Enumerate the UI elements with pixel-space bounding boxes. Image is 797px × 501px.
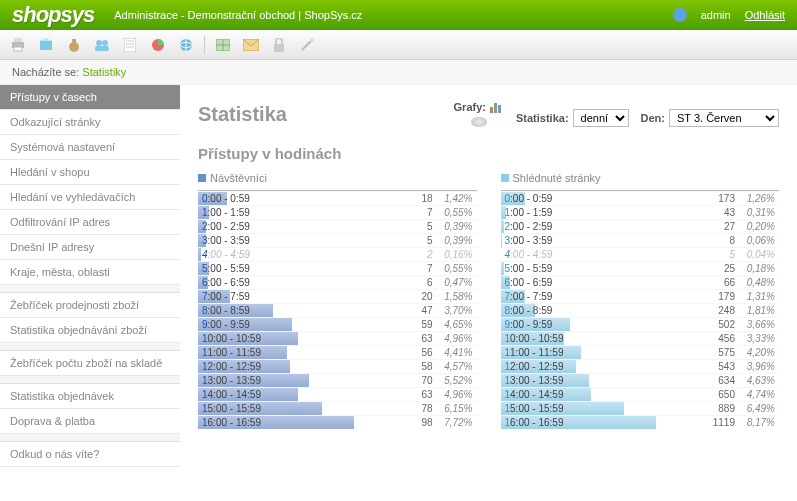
chart-visitors-title: Návštěvníci <box>210 172 267 184</box>
row-value: 2 <box>399 249 433 260</box>
table-row: 11:00 - 11:59564,41% <box>198 345 477 359</box>
sidebar-item[interactable]: Odkazující stránky <box>0 110 180 135</box>
sidebar-item[interactable]: Hledání v shopu <box>0 160 180 185</box>
box-icon[interactable] <box>36 36 56 54</box>
sidebar-item[interactable]: Kraje, města, oblasti <box>0 260 180 285</box>
sidebar-item[interactable]: Statistika objednávání zboží <box>0 318 180 343</box>
row-percent: 3,66% <box>735 319 779 330</box>
chart-icon[interactable] <box>148 36 168 54</box>
print-icon[interactable] <box>8 36 28 54</box>
row-label: 2:00 - 2:59 <box>501 221 581 232</box>
users-icon[interactable] <box>92 36 112 54</box>
row-percent: 1,58% <box>433 291 477 302</box>
row-percent: 4,65% <box>433 319 477 330</box>
row-value: 47 <box>399 305 433 316</box>
row-percent: 0,55% <box>433 207 477 218</box>
svg-rect-5 <box>72 39 76 43</box>
row-label: 4:00 - 4:59 <box>501 249 581 260</box>
table-row: 9:00 - 9:595023,66% <box>501 317 780 331</box>
row-percent: 7,72% <box>433 417 477 428</box>
row-value: 7 <box>399 207 433 218</box>
table-row: 1:00 - 1:59430,31% <box>501 205 780 219</box>
row-value: 1119 <box>701 417 735 428</box>
row-label: 13:00 - 13:59 <box>198 375 278 386</box>
sidebar-item[interactable]: Systémová nastavení <box>0 135 180 160</box>
row-value: 179 <box>701 291 735 302</box>
square-blue-icon <box>198 174 206 182</box>
table-row: 3:00 - 3:5980,06% <box>501 233 780 247</box>
row-percent: 4,96% <box>433 333 477 344</box>
row-label: 12:00 - 12:59 <box>501 361 581 372</box>
row-percent: 0,04% <box>735 249 779 260</box>
table-row: 2:00 - 2:59270,20% <box>501 219 780 233</box>
row-value: 63 <box>399 333 433 344</box>
bar-chart-icon[interactable] <box>490 101 504 113</box>
sidebar-item[interactable]: Žebříček prodejnosti zboží <box>0 293 180 318</box>
row-value: 173 <box>701 193 735 204</box>
stat-select[interactable]: denní <box>573 109 629 127</box>
table-row: 4:00 - 4:5920,16% <box>198 247 477 261</box>
row-value: 5 <box>701 249 735 260</box>
sidebar-item[interactable]: Odkud o nás víte? <box>0 442 180 467</box>
table-row: 0:00 - 0:591731,26% <box>501 191 780 205</box>
sidebar-item[interactable]: Žebříček počtu zboží na skladě <box>0 351 180 376</box>
svg-point-7 <box>102 40 108 46</box>
chart-visitors: Návštěvníci 0:00 - 0:59181,42%1:00 - 1:5… <box>198 170 477 429</box>
toggle-knob[interactable] <box>471 117 487 127</box>
table-row: 12:00 - 12:59584,57% <box>198 359 477 373</box>
row-value: 78 <box>399 403 433 414</box>
square-cyan-icon <box>501 174 509 182</box>
table-row: 6:00 - 6:5960,47% <box>198 275 477 289</box>
sidebar-item[interactable]: Hledání ve vyhledávačích <box>0 185 180 210</box>
sidebar-item[interactable]: Přístupy v časech <box>0 85 180 110</box>
row-value: 98 <box>399 417 433 428</box>
toolbar-separator <box>204 36 205 54</box>
chart-pageviews: Shlédnuté stránky 0:00 - 0:591731,26%1:0… <box>501 170 780 429</box>
row-label: 5:00 - 5:59 <box>501 263 581 274</box>
row-label: 1:00 - 1:59 <box>501 207 581 218</box>
table-row: 5:00 - 5:59250,18% <box>501 261 780 275</box>
breadcrumb-prefix: Nacházíte se: <box>12 66 79 78</box>
row-percent: 4,41% <box>433 347 477 358</box>
svg-rect-9 <box>124 38 136 52</box>
row-value: 634 <box>701 375 735 386</box>
toolbar <box>0 30 797 60</box>
document-icon[interactable] <box>120 36 140 54</box>
wand-icon[interactable] <box>297 36 317 54</box>
sidebar-item[interactable]: Dnešní IP adresy <box>0 235 180 260</box>
row-value: 575 <box>701 347 735 358</box>
row-label: 5:00 - 5:59 <box>198 263 278 274</box>
svg-line-22 <box>302 40 312 50</box>
row-value: 248 <box>701 305 735 316</box>
sidebar-item[interactable]: Statistika objednávek <box>0 384 180 409</box>
row-value: 5 <box>399 221 433 232</box>
sidebar: Přístupy v časechOdkazující stránkySysté… <box>0 85 180 467</box>
row-label: 10:00 - 10:59 <box>198 333 278 344</box>
row-value: 27 <box>701 221 735 232</box>
sidebar-item[interactable]: Doprava & platba <box>0 409 180 434</box>
table-icon[interactable] <box>213 36 233 54</box>
table-row: 15:00 - 15:598896,49% <box>501 401 780 415</box>
globe-icon[interactable] <box>176 36 196 54</box>
section-title: Přístupy v hodinách <box>198 145 779 162</box>
row-percent: 1,31% <box>735 291 779 302</box>
svg-rect-21 <box>274 44 284 52</box>
row-label: 1:00 - 1:59 <box>198 207 278 218</box>
stat-label: Statistika: <box>516 112 569 124</box>
row-label: 12:00 - 12:59 <box>198 361 278 372</box>
money-bag-icon[interactable] <box>64 36 84 54</box>
table-row: 2:00 - 2:5950,39% <box>198 219 477 233</box>
row-percent: 1,81% <box>735 305 779 316</box>
table-row: 9:00 - 9:59594,65% <box>198 317 477 331</box>
svg-point-4 <box>69 42 79 52</box>
logout-link[interactable]: Odhlásit <box>745 9 785 21</box>
table-row: 13:00 - 13:59705,52% <box>198 373 477 387</box>
sidebar-item[interactable]: Odfiltrování IP adres <box>0 210 180 235</box>
day-select[interactable]: ST 3. Červen <box>669 109 779 127</box>
row-label: 0:00 - 0:59 <box>501 193 581 204</box>
table-row: 0:00 - 0:59181,42% <box>198 191 477 205</box>
lock-icon[interactable] <box>269 36 289 54</box>
row-percent: 0,48% <box>735 277 779 288</box>
row-value: 456 <box>701 333 735 344</box>
mail-icon[interactable] <box>241 36 261 54</box>
